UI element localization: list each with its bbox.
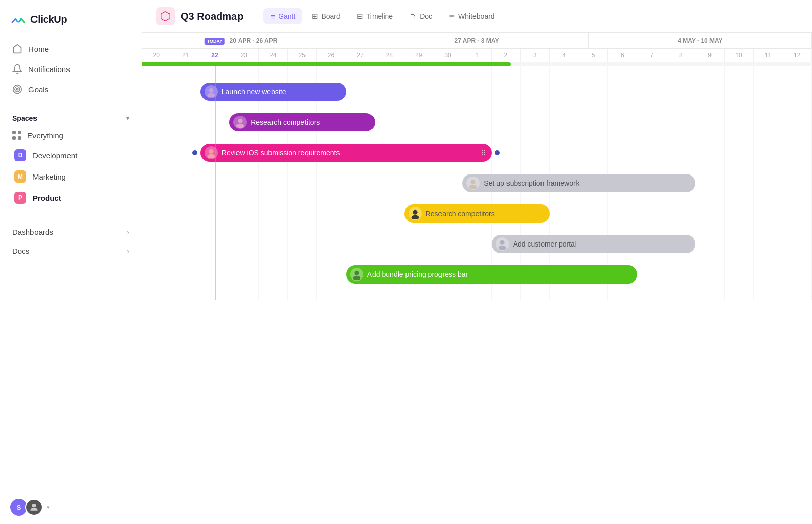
day-cell-22: 22TODAY [200,49,229,62]
board-tab-icon: ⊞ [312,12,318,21]
sidebar-bottom: S ▾ [0,491,142,524]
task-label-t1: Launch new website [222,88,286,96]
svg-point-7 [236,124,244,128]
day-cell-2: 2 [492,49,521,62]
sidebar-item-development[interactable]: D Development [2,145,140,166]
day-cell-28: 28 [375,49,404,62]
task-row-t7: Add bundle pricing progress bar [142,259,812,290]
tab-timeline[interactable]: ⊟ Timeline [350,8,400,24]
gantt-chart: 20 APR - 26 APR 27 APR - 3 MAY 4 MAY - 1… [142,33,812,524]
day-cell-24: 24 [259,49,288,62]
day-cell-5: 5 [579,49,608,62]
day-cell-29: 29 [404,49,433,62]
task-label-t5: Research competitors [426,209,495,218]
day-cell-9: 9 [695,49,724,62]
docs-chevron-icon: › [127,247,129,255]
day-cell-7: 7 [637,49,666,62]
task-bar-t7[interactable]: Add bundle pricing progress bar [346,265,637,284]
day-cell-8: 8 [666,49,695,62]
sidebar: ClickUp Home Notifications Goals Spaces … [0,0,142,524]
svg-point-6 [238,119,243,123]
sidebar-docs[interactable]: Docs › [0,241,142,260]
sidebar-item-product[interactable]: P Product [2,187,140,208]
board-tab-label: Board [321,12,340,20]
day-numbers-row: 202122TODAY23242526272829301234567891011… [142,49,812,62]
sidebar-dashboards[interactable]: Dashboards › [0,223,142,241]
clickup-logo-icon [10,11,26,27]
task-avatar [466,177,480,190]
resize-handle[interactable]: ⠿ [481,149,486,157]
nav-notifications-label: Notifications [28,65,70,74]
chevron-down-icon: ▾ [126,115,129,122]
dropdown-caret[interactable]: ▾ [47,504,50,511]
date-range-row: 20 APR - 26 APR 27 APR - 3 MAY 4 MAY - 1… [142,33,812,49]
dashboards-label: Dashboards [12,228,53,236]
timeline-tab-icon: ⊟ [357,12,363,21]
tab-board[interactable]: ⊞ Board [304,8,347,24]
day-cell-30: 30 [433,49,462,62]
page-title-area: Q3 Roadmap [156,7,243,25]
development-label: Development [32,151,77,160]
development-badge: D [14,149,26,161]
task-bar-t1[interactable]: Launch new website [200,83,346,101]
svg-point-12 [413,210,417,215]
task-avatar [409,207,422,220]
page-header: Q3 Roadmap ≡ Gantt ⊞ Board ⊟ Timeline 🗋 … [142,0,812,33]
svg-point-4 [209,88,213,93]
day-cell-21: 21 [171,49,200,62]
task-label-t3: Review iOS submission requirements [222,149,340,157]
task-dot-left [192,150,197,155]
task-row-t6: Add customer portal [142,229,812,259]
task-bar-t3[interactable]: ⠿Review iOS submission requirements [200,144,492,162]
tab-gantt[interactable]: ≡ Gantt [263,8,302,24]
svg-point-17 [353,276,360,280]
tab-whiteboard[interactable]: ✏ Whiteboard [442,8,502,24]
doc-tab-label: Doc [420,12,432,20]
task-row-t1: Launch new website [142,77,812,107]
svg-point-14 [500,240,504,245]
task-bar-t6[interactable]: Add customer portal [492,235,696,253]
range-apr20-26: 20 APR - 26 APR [142,33,365,48]
dashboards-chevron-icon: › [127,228,129,236]
product-badge: P [14,192,26,204]
day-cell-1: 1 [462,49,491,62]
svg-point-11 [469,185,477,189]
day-cell-4: 4 [550,49,579,62]
nav-notifications[interactable]: Notifications [6,59,136,79]
task-dot-right [495,150,500,155]
page-title: Q3 Roadmap [181,11,243,22]
svg-point-13 [411,215,419,219]
svg-point-15 [498,246,506,250]
task-row-t4: Set up subscription framework [142,168,812,198]
nav-goals[interactable]: Goals [6,79,136,99]
day-cell-10: 10 [725,49,754,62]
sidebar-item-everything[interactable]: Everything [0,126,142,145]
bell-icon [12,64,22,74]
spaces-header[interactable]: Spaces ▾ [0,110,142,126]
doc-tab-icon: 🗋 [409,12,417,21]
task-bar-t5[interactable]: Research competitors [404,204,550,223]
main-content: Q3 Roadmap ≡ Gantt ⊞ Board ⊟ Timeline 🗋 … [142,0,812,524]
marketing-badge: M [14,170,26,183]
day-cell-11: 11 [754,49,783,62]
task-bar-t2[interactable]: Research competitors [229,113,375,131]
nav-home[interactable]: Home [6,39,136,59]
gantt-tab-label: Gantt [278,12,295,20]
avatar-user[interactable] [25,499,43,516]
svg-point-2 [16,88,18,90]
tab-doc[interactable]: 🗋 Doc [402,8,439,24]
nav-goals-label: Goals [28,85,48,94]
task-bar-t4[interactable]: Set up subscription framework [462,174,695,192]
svg-point-3 [32,504,36,507]
task-label-t7: Add bundle pricing progress bar [367,270,468,278]
avatar-s[interactable]: S [10,499,27,516]
task-label-t4: Set up subscription framework [484,179,579,187]
task-row-t5: Research competitors [142,198,812,229]
page-icon [156,7,175,25]
task-label-t2: Research competitors [251,118,320,126]
sidebar-item-marketing[interactable]: M Marketing [2,166,140,187]
nav-home-label: Home [28,45,49,53]
app-name: ClickUp [30,14,67,25]
task-label-t6: Add customer portal [513,240,577,248]
day-cell-25: 25 [288,49,317,62]
